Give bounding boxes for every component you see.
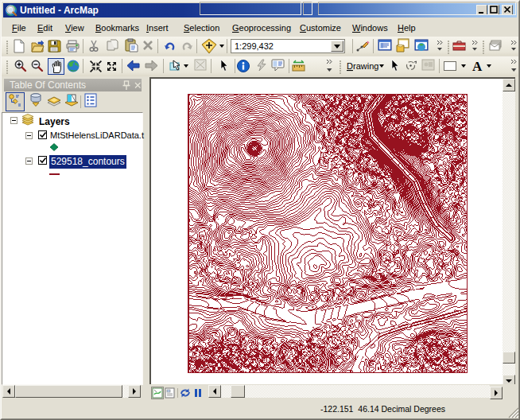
svg-text:rawing: rawing [353,61,378,71]
svg-text:A: A [472,59,483,74]
svg-text:D: D [347,61,353,71]
